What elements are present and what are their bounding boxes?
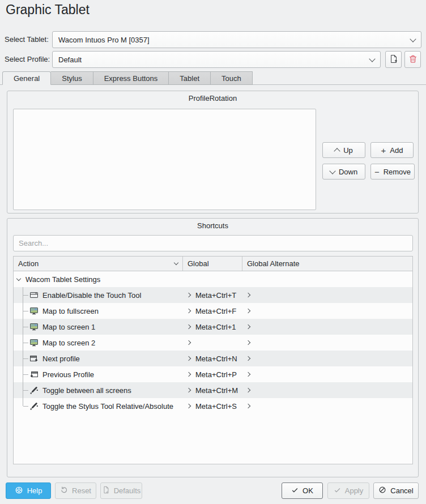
- tree-branch: [23, 311, 28, 311]
- rotation-down-button[interactable]: Down: [322, 164, 365, 180]
- tab-touch[interactable]: Touch: [211, 71, 253, 85]
- table-row[interactable]: Toggle the Stylus Tool Relative/Absolute…: [14, 398, 412, 414]
- global-shortcut-cell[interactable]: Meta+Ctrl+N: [183, 351, 242, 366]
- table-row[interactable]: Previous Profile Meta+Ctrl+P: [14, 366, 412, 382]
- shortcuts-table: Action Global Global Alternate Wacom Tab…: [13, 256, 413, 464]
- touch-tool-icon: [29, 291, 39, 300]
- document-revert-icon: [102, 486, 110, 496]
- table-row[interactable]: Map to fullscreen Meta+Ctrl+F: [14, 303, 412, 319]
- ok-button[interactable]: OK: [282, 482, 323, 499]
- alternate-shortcut-cell[interactable]: [242, 303, 412, 319]
- table-row[interactable]: Map to screen 1 Meta+Ctrl+1: [14, 319, 412, 335]
- chevron-down-icon: [329, 168, 335, 174]
- action-label: Next profile: [42, 354, 80, 363]
- shortcut-value: Meta+Ctrl+N: [195, 354, 237, 363]
- column-header-action-label: Action: [18, 259, 39, 268]
- table-row[interactable]: Toggle between all screens Meta+Ctrl+M: [14, 382, 412, 398]
- tablet-combobox[interactable]: Wacom Intuos Pro M [0357]: [52, 31, 421, 48]
- action-label: Map to screen 1: [42, 323, 95, 331]
- chevron-down-icon: [410, 36, 416, 42]
- help-button[interactable]: Help: [6, 482, 51, 499]
- action-label: Previous Profile: [42, 370, 94, 379]
- tab-bar: General Stylus Express Buttons Tablet To…: [2, 71, 253, 85]
- undo-icon: [60, 486, 68, 496]
- global-shortcut-cell[interactable]: Meta+Ctrl+M: [183, 382, 242, 398]
- column-header-global-label: Global: [188, 259, 209, 268]
- monitor-icon: [29, 306, 39, 315]
- stylus-icon: [29, 402, 39, 411]
- alternate-shortcut-cell[interactable]: [242, 335, 412, 351]
- check-icon: [291, 486, 299, 496]
- chevron-right-icon: [246, 356, 250, 361]
- table-row[interactable]: Enable/Disable the Touch Tool Meta+Ctrl+…: [14, 287, 412, 303]
- rotation-remove-button[interactable]: − Remove: [370, 164, 415, 180]
- chevron-right-icon: [246, 404, 250, 408]
- shortcuts-group: Shortcuts Action Global Global Alternate…: [7, 218, 419, 477]
- cancel-button[interactable]: Cancel: [373, 482, 419, 499]
- column-header-global-alternate[interactable]: Global Alternate: [242, 257, 412, 271]
- sort-indicator-icon: [174, 260, 178, 265]
- rotation-add-button[interactable]: + Add: [370, 142, 414, 158]
- column-header-action[interactable]: Action: [14, 257, 183, 271]
- profile-combobox[interactable]: Default: [52, 51, 381, 68]
- global-shortcut-cell[interactable]: [183, 335, 242, 351]
- select-profile-label: Select Profile:: [5, 51, 50, 68]
- global-shortcut-cell[interactable]: Meta+Ctrl+S: [183, 398, 242, 414]
- alternate-shortcut-cell[interactable]: [242, 351, 412, 366]
- rotation-down-label: Down: [339, 168, 357, 176]
- shortcut-value: Meta+Ctrl+S: [195, 402, 237, 411]
- next-profile-icon: [29, 354, 39, 363]
- tablet-combobox-value: Wacom Intuos Pro M [0357]: [58, 36, 411, 44]
- rotation-up-button[interactable]: Up: [322, 142, 365, 158]
- tab-express-buttons[interactable]: Express Buttons: [93, 71, 169, 85]
- tree-branch: [23, 358, 28, 359]
- defaults-button[interactable]: Defaults: [100, 482, 142, 499]
- tab-general[interactable]: General: [2, 71, 51, 85]
- tree-group-row[interactable]: Wacom Tablet Settings: [14, 271, 412, 287]
- global-shortcut-cell[interactable]: Meta+Ctrl+F: [183, 303, 242, 319]
- column-header-global-alternate-label: Global Alternate: [247, 259, 300, 268]
- chevron-right-icon: [246, 309, 250, 313]
- alternate-shortcut-cell[interactable]: [242, 319, 412, 335]
- tree-branch: [23, 343, 28, 343]
- action-label: Toggle between all screens: [42, 386, 131, 395]
- tree-branch: [23, 398, 23, 406]
- chevron-right-icon: [186, 372, 191, 377]
- tab-tablet[interactable]: Tablet: [169, 71, 211, 85]
- tab-stylus[interactable]: Stylus: [51, 71, 93, 85]
- action-label: Enable/Disable the Touch Tool: [42, 291, 141, 300]
- alternate-shortcut-cell[interactable]: [242, 287, 412, 303]
- profile-rotation-list[interactable]: [13, 109, 316, 210]
- global-shortcut-cell[interactable]: Meta+Ctrl+P: [183, 366, 242, 382]
- tree-group-label: Wacom Tablet Settings: [25, 275, 100, 284]
- global-shortcut-cell[interactable]: Meta+Ctrl+T: [183, 287, 242, 303]
- chevron-right-icon: [246, 372, 250, 377]
- alternate-shortcut-cell[interactable]: [242, 398, 412, 414]
- alternate-shortcut-cell[interactable]: [242, 366, 412, 382]
- shortcut-value: Meta+Ctrl+P: [195, 370, 237, 379]
- new-profile-button[interactable]: [385, 51, 402, 68]
- shortcut-value: Meta+Ctrl+F: [195, 307, 236, 315]
- alternate-shortcut-cell[interactable]: [242, 382, 412, 398]
- table-row[interactable]: Next profile Meta+Ctrl+N: [14, 351, 412, 366]
- column-header-global[interactable]: Global: [183, 257, 242, 271]
- table-row[interactable]: Map to screen 2: [14, 335, 412, 351]
- delete-profile-button[interactable]: [404, 51, 421, 68]
- reset-button[interactable]: Reset: [55, 482, 96, 499]
- rotation-up-label: Up: [343, 146, 353, 155]
- monitor-icon: [29, 322, 39, 331]
- global-shortcut-cell[interactable]: Meta+Ctrl+1: [183, 319, 242, 335]
- search-input[interactable]: [13, 235, 413, 251]
- profile-combobox-value: Default: [58, 55, 370, 64]
- profile-rotation-group: ProfileRotation Up + Add Down − Remove: [7, 91, 419, 213]
- shortcut-value: Meta+Ctrl+T: [195, 291, 236, 300]
- apply-button[interactable]: Apply: [327, 482, 369, 499]
- apply-label: Apply: [345, 486, 364, 495]
- expander-icon[interactable]: [16, 276, 21, 280]
- chevron-right-icon: [186, 340, 191, 345]
- action-label: Toggle the Stylus Tool Relative/Absolute: [42, 402, 173, 411]
- chevron-right-icon: [186, 293, 191, 297]
- shortcuts-table-header: Action Global Global Alternate: [14, 257, 412, 271]
- shortcuts-title: Shortcuts: [7, 219, 418, 230]
- chevron-up-icon: [334, 148, 340, 154]
